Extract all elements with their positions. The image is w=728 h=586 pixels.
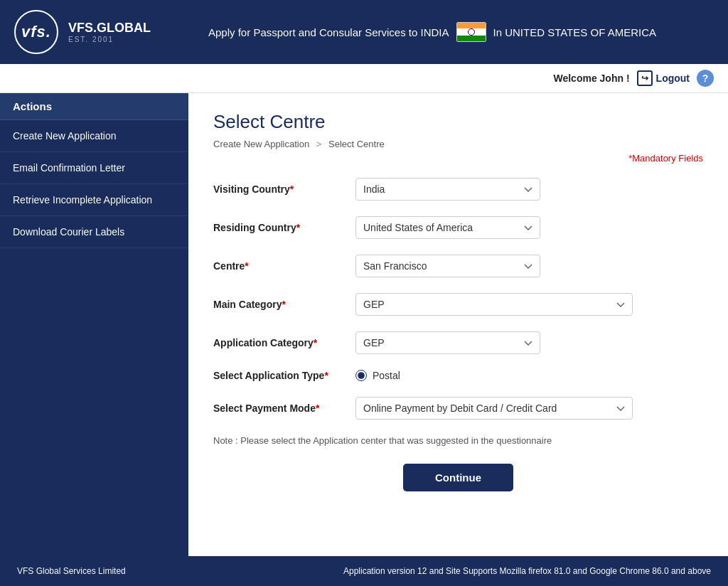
visiting-country-row: Visiting Country* India xyxy=(213,178,703,201)
page-title: Select Centre xyxy=(213,111,703,133)
mandatory-note: *Mandatory Fields xyxy=(213,153,703,164)
sidebar: Actions Create New Application Email Con… xyxy=(0,93,188,556)
main-category-row: Main Category* GEP xyxy=(213,293,703,316)
sidebar-item-email-confirmation[interactable]: Email Confirmation Letter xyxy=(0,152,188,184)
app-category-select[interactable]: GEP xyxy=(355,331,540,354)
main-layout: Actions Create New Application Email Con… xyxy=(0,93,728,556)
note-text: Note : Please select the Application cen… xyxy=(213,435,703,446)
breadcrumb: Create New Application > Select Centre xyxy=(213,139,703,149)
breadcrumb-step1: Create New Application xyxy=(213,139,309,149)
payment-mode-label: Select Payment Mode* xyxy=(213,403,355,414)
breadcrumb-separator: > xyxy=(316,139,322,149)
logout-icon: ↪ xyxy=(637,70,653,86)
residing-country-label: Residing Country* xyxy=(213,222,355,233)
form-section: Visiting Country* India Residing Country… xyxy=(213,178,703,420)
app-category-label: Application Category* xyxy=(213,337,355,348)
footer-right: Application version 12 and Site Supports… xyxy=(343,566,711,576)
app-type-postal-label: Postal xyxy=(373,370,400,381)
help-button[interactable]: ? xyxy=(697,70,714,87)
logo-est: EST. 2001 xyxy=(68,36,151,43)
logo-vfs: vfs. xyxy=(21,23,51,41)
app-category-row: Application Category* GEP xyxy=(213,331,703,354)
continue-button[interactable]: Continue xyxy=(403,464,513,491)
logo-circle: vfs. xyxy=(14,10,58,54)
app-type-radio-group: Postal xyxy=(355,370,400,381)
sidebar-item-retrieve-incomplete[interactable]: Retrieve Incomplete Application xyxy=(0,184,188,216)
header-center: Apply for Passport and Consular Services… xyxy=(151,22,714,42)
payment-mode-select[interactable]: Online Payment by Debit Card / Credit Ca… xyxy=(355,397,633,420)
residing-country-row: Residing Country* United States of Ameri… xyxy=(213,216,703,239)
sidebar-item-create-new[interactable]: Create New Application xyxy=(0,120,188,152)
app-type-label: Select Application Type* xyxy=(213,370,355,381)
visiting-country-select[interactable]: India xyxy=(355,178,540,201)
mandatory-note-text: *Mandatory Fields xyxy=(628,153,703,164)
app-type-postal-radio[interactable] xyxy=(355,370,367,381)
centre-label: Centre* xyxy=(213,260,355,272)
breadcrumb-step2: Select Centre xyxy=(328,139,385,149)
residing-country-select[interactable]: United States of America xyxy=(355,216,540,239)
centre-row: Centre* San Francisco xyxy=(213,255,703,277)
country-text: In UNITED STATES OF AMERICA xyxy=(493,26,656,38)
main-category-label: Main Category* xyxy=(213,299,355,310)
centre-select[interactable]: San Francisco xyxy=(355,255,540,277)
main-content: Select Centre Create New Application > S… xyxy=(188,93,728,556)
logout-label: Logout xyxy=(656,73,690,84)
logo-info: VFS.GLOBAL EST. 2001 xyxy=(68,21,151,43)
apply-text: Apply for Passport and Consular Services… xyxy=(208,26,449,38)
payment-mode-row: Select Payment Mode* Online Payment by D… xyxy=(213,397,703,420)
footer-left: VFS Global Services Limited xyxy=(17,566,126,576)
sidebar-actions-header: Actions xyxy=(0,93,188,120)
visiting-country-label: Visiting Country* xyxy=(213,183,355,195)
india-flag-icon xyxy=(456,22,486,42)
footer: VFS Global Services Limited Application … xyxy=(0,556,728,586)
header: vfs. VFS.GLOBAL EST. 2001 Apply for Pass… xyxy=(0,0,728,64)
app-type-row: Select Application Type* Postal xyxy=(213,370,703,381)
main-category-select[interactable]: GEP xyxy=(355,293,633,316)
sidebar-item-download-courier[interactable]: Download Courier Labels xyxy=(0,216,188,248)
logo-name: VFS.GLOBAL xyxy=(68,21,151,36)
logout-button[interactable]: ↪ Logout xyxy=(637,70,690,86)
welcome-message: Welcome John ! xyxy=(553,73,629,84)
top-bar: Welcome John ! ↪ Logout ? xyxy=(0,64,728,93)
